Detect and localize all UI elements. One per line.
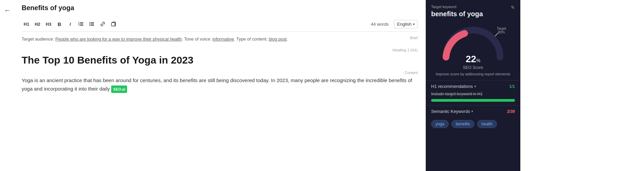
target-keyword-value: benefits of yoga <box>431 10 483 18</box>
semantic-keywords-header[interactable]: Semantic Keywords ▾ 2/39 <box>431 109 515 114</box>
h3-button[interactable]: H3 <box>44 19 53 29</box>
h1-heading[interactable]: The Top 10 Benefits of Yoga in 2023 <box>22 53 418 67</box>
brief-section: Brief Target audience: People who are lo… <box>22 36 418 43</box>
h1-recommendations-title: H1 recommendations ▾ <box>431 84 476 89</box>
brief-type-link[interactable]: blog post <box>269 36 287 42</box>
language-selector[interactable]: English ▾ <box>394 20 418 28</box>
content-text-span: Yoga is an ancient practice that has bee… <box>22 77 412 92</box>
h1-button[interactable]: H1 <box>22 19 31 29</box>
language-value: English <box>397 22 412 27</box>
heading-label: Heading 1 (H1) <box>22 48 418 52</box>
copy-button[interactable] <box>109 19 118 29</box>
ordered-list-button[interactable]: 1.2.3. <box>76 19 86 29</box>
semantic-keywords-count: 2/39 <box>507 109 515 114</box>
semantic-tag-benefits[interactable]: benefits <box>451 120 474 128</box>
brief-label: Brief <box>410 36 418 40</box>
word-count: 44 words <box>371 22 389 27</box>
gauge-label: SEO Score <box>463 65 483 70</box>
svg-text:3.: 3. <box>78 24 80 26</box>
seo-gauge-container: Target80% 22% SEO Score Improve score by… <box>426 21 520 80</box>
svg-rect-1 <box>80 24 83 24</box>
target-keyword-label: Target keyword <box>431 5 483 9</box>
editor-area: Benefits of yoga H1 H2 H3 B I 1.2.3. 44 … <box>14 0 426 171</box>
bold-button[interactable]: B <box>55 19 64 29</box>
semantic-tag-health[interactable]: health <box>477 120 497 128</box>
svg-rect-12 <box>112 23 115 26</box>
h1-recommendation-item: Include target keyword in H1 <box>431 92 515 96</box>
brief-text: Target audience: People who are looking … <box>22 36 418 43</box>
svg-rect-2 <box>80 25 83 26</box>
svg-rect-6 <box>91 22 94 23</box>
h1-recommendations-count: 1/1 <box>509 84 515 89</box>
semantic-tag-yoga[interactable]: yoga <box>431 120 449 128</box>
document-title: Benefits of yoga <box>22 4 418 12</box>
brief-period: . <box>287 36 288 42</box>
semantic-keywords-title: Semantic Keywords ▾ <box>431 109 473 114</box>
target-keyword-block: Target keyword benefits of yoga <box>431 5 483 18</box>
svg-point-9 <box>89 22 90 23</box>
semantic-tags-container: yoga benefits health <box>426 117 520 132</box>
svg-rect-0 <box>80 22 83 23</box>
h1-recommendations-header[interactable]: H1 recommendations ▾ 1/1 <box>431 84 515 89</box>
svg-point-10 <box>89 24 90 25</box>
svg-point-11 <box>89 25 90 26</box>
gauge-percent: % <box>476 58 480 63</box>
brief-type-prefix: . Type of content: <box>234 36 269 42</box>
semantic-chevron-icon: ▾ <box>471 109 473 113</box>
italic-button[interactable]: I <box>66 19 75 29</box>
link-button[interactable] <box>98 19 107 29</box>
svg-rect-7 <box>91 24 94 24</box>
chevron-down-icon: ▾ <box>413 22 415 26</box>
content-label: Content <box>22 71 418 75</box>
gauge-number: 22 <box>466 54 476 64</box>
back-area: ← <box>0 0 14 171</box>
brief-audience-link[interactable]: People who are looking for a way to impr… <box>55 36 182 42</box>
right-panel: Target keyword benefits of yoga ✎ Target… <box>426 0 520 171</box>
back-button[interactable]: ← <box>3 5 12 15</box>
brief-tone-prefix: . Tone of voice: <box>182 36 213 42</box>
h1-done-bar <box>431 99 515 102</box>
edit-icon[interactable]: ✎ <box>511 5 515 10</box>
content-body[interactable]: Yoga is an ancient practice that has bee… <box>22 76 418 93</box>
seo-badge: SEO.ai <box>111 86 127 93</box>
brief-tone-link[interactable]: informative <box>213 36 234 42</box>
unordered-list-button[interactable] <box>87 19 97 29</box>
h1-recommendations-section: H1 recommendations ▾ 1/1 Include target … <box>426 80 520 105</box>
h1-chevron-icon: ▾ <box>474 84 476 88</box>
svg-rect-8 <box>91 25 94 26</box>
gauge-score: 22% SEO Score <box>463 54 483 70</box>
gauge-improve-text: Improve score by addressing report eleme… <box>436 72 511 76</box>
panel-header: Target keyword benefits of yoga ✎ <box>426 0 520 21</box>
h2-button[interactable]: H2 <box>33 19 43 29</box>
semantic-keywords-section: Semantic Keywords ▾ 2/39 <box>426 105 520 117</box>
editor-toolbar: H1 H2 H3 B I 1.2.3. 44 words English ▾ <box>22 17 418 32</box>
target-label: Target80% <box>497 27 506 34</box>
brief-audience-prefix: Target audience: <box>22 36 55 42</box>
